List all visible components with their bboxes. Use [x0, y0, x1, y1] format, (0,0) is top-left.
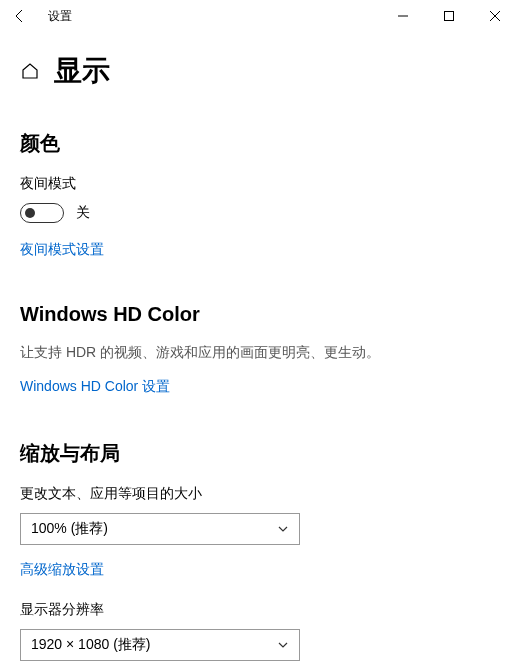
titlebar: 设置 — [0, 0, 518, 32]
resolution-label: 显示器分辨率 — [20, 601, 498, 619]
text-size-select[interactable]: 100% (推荐) — [20, 513, 300, 545]
chevron-down-icon — [277, 523, 289, 535]
toggle-knob — [25, 208, 35, 218]
night-mode-state: 关 — [76, 204, 90, 222]
maximize-button[interactable] — [426, 0, 472, 32]
section-heading-hdr: Windows HD Color — [20, 303, 498, 326]
hdr-settings-link[interactable]: Windows HD Color 设置 — [20, 378, 170, 396]
section-heading-color: 颜色 — [20, 130, 498, 157]
maximize-icon — [444, 11, 454, 21]
home-icon[interactable] — [20, 61, 40, 81]
page-header: 显示 — [0, 32, 518, 100]
minimize-button[interactable] — [380, 0, 426, 32]
arrow-left-icon — [12, 8, 28, 24]
back-button[interactable] — [0, 0, 40, 32]
window-controls — [380, 0, 518, 32]
close-icon — [490, 11, 500, 21]
resolution-select[interactable]: 1920 × 1080 (推荐) — [20, 629, 300, 661]
close-button[interactable] — [472, 0, 518, 32]
night-mode-label: 夜间模式 — [20, 175, 498, 193]
text-size-value: 100% (推荐) — [31, 520, 108, 538]
night-mode-toggle[interactable] — [20, 203, 64, 223]
hdr-description: 让支持 HDR 的视频、游戏和应用的画面更明亮、更生动。 — [20, 344, 498, 362]
section-heading-scale: 缩放与布局 — [20, 440, 498, 467]
page-title: 显示 — [54, 52, 110, 90]
svg-rect-1 — [445, 12, 454, 21]
text-size-label: 更改文本、应用等项目的大小 — [20, 485, 498, 503]
app-name: 设置 — [48, 8, 380, 25]
night-mode-toggle-row: 关 — [20, 203, 498, 223]
resolution-value: 1920 × 1080 (推荐) — [31, 636, 150, 654]
night-mode-settings-link[interactable]: 夜间模式设置 — [20, 241, 104, 259]
advanced-scaling-link[interactable]: 高级缩放设置 — [20, 561, 104, 579]
minimize-icon — [398, 11, 408, 21]
content: 颜色 夜间模式 关 夜间模式设置 Windows HD Color 让支持 HD… — [0, 130, 518, 666]
chevron-down-icon — [277, 639, 289, 651]
